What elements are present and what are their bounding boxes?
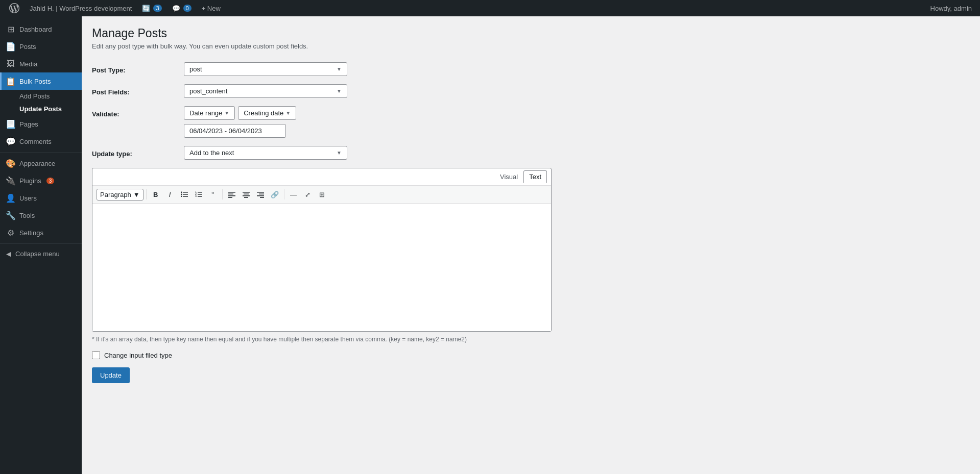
editor-tabs: Visual Text — [92, 168, 551, 186]
creating-date-btn[interactable]: Creating date ▼ — [238, 106, 296, 120]
post-fields-control: post_content ▼ — [184, 84, 552, 98]
toolbar-align-right-btn[interactable] — [254, 188, 267, 201]
tab-text[interactable]: Text — [523, 170, 547, 183]
toolbar-link-btn[interactable]: 🔗 — [268, 188, 281, 201]
post-fields-chevron-icon: ▼ — [337, 88, 342, 94]
settings-icon: ⚙ — [6, 228, 15, 237]
adminbar-site-name[interactable]: Jahid H. | WordPress development — [25, 0, 137, 16]
svg-rect-2 — [183, 196, 188, 197]
sidebar-item-dashboard[interactable]: ⊞ Dashboard — [0, 20, 82, 38]
editor-wrapper: Visual Text Paragraph ▼ B I 1.2.3. — [92, 168, 552, 332]
collapse-menu-button[interactable]: ◀ Collapse menu — [0, 246, 82, 262]
svg-text:3.: 3. — [195, 194, 197, 197]
admin-bar: Jahid H. | WordPress development 🔄 3 💬 0… — [0, 0, 980, 16]
toolbar-separator-3 — [284, 189, 284, 199]
page-subtitle: Edit any post type with bulk way. You ca… — [92, 42, 970, 50]
update-button[interactable]: Update — [92, 367, 130, 383]
date-range-value[interactable]: 06/04/2023 - 06/04/2023 — [184, 124, 286, 138]
sidebar-item-users[interactable]: 👤 Users — [0, 189, 82, 207]
svg-rect-12 — [228, 192, 235, 193]
sidebar-item-appearance[interactable]: 🎨 Appearance — [0, 155, 82, 172]
update-type-label: Update type: — [92, 146, 184, 158]
posts-icon: 📄 — [6, 42, 15, 51]
editor-hint: * If it's an array data, then type key n… — [92, 336, 552, 343]
change-input-type-checkbox[interactable] — [92, 351, 100, 359]
comments-icon: 💬 — [6, 137, 15, 146]
paragraph-chevron-icon: ▼ — [133, 191, 140, 198]
date-range-chevron-icon: ▼ — [224, 110, 229, 116]
sidebar-submenu-update-posts[interactable]: Update Posts — [0, 103, 82, 115]
post-fields-select[interactable]: post_content ▼ — [184, 84, 347, 98]
editor-toolbar: Paragraph ▼ B I 1.2.3. " — [92, 186, 551, 204]
svg-point-5 — [181, 196, 182, 197]
tools-icon: 🔧 — [6, 211, 15, 220]
svg-point-3 — [181, 192, 182, 193]
manage-posts-form: Post Type: post ▼ Post Fields: post_cont… — [92, 62, 552, 383]
svg-rect-0 — [183, 192, 188, 193]
svg-point-4 — [181, 194, 182, 195]
sidebar-item-tools[interactable]: 🔧 Tools — [0, 207, 82, 224]
dashboard-icon: ⊞ — [6, 24, 15, 34]
adminbar-user[interactable]: Howdy, admin — [930, 5, 976, 12]
paragraph-select[interactable]: Paragraph ▼ — [97, 189, 144, 201]
sidebar-item-pages[interactable]: 📃 Pages — [0, 115, 82, 133]
toolbar-align-left-btn[interactable] — [225, 188, 238, 201]
tab-visual[interactable]: Visual — [494, 170, 523, 183]
toolbar-fullscreen-btn[interactable]: ⤢ — [301, 188, 315, 201]
date-range-btn[interactable]: Date range ▼ — [184, 106, 235, 120]
post-type-chevron-icon: ▼ — [337, 66, 342, 72]
toolbar-ol-btn[interactable]: 1.2.3. — [192, 188, 205, 201]
creating-date-chevron-icon: ▼ — [285, 110, 291, 116]
sidebar-item-bulk-posts[interactable]: 📋 Bulk Posts — [0, 72, 82, 90]
plugins-icon: 🔌 — [6, 176, 15, 185]
adminbar-updates[interactable]: 🔄 3 — [137, 0, 166, 16]
update-type-row: Update type: Add to the next ▼ — [92, 146, 552, 160]
validate-row: Validate: Date range ▼ Creating date ▼ — [92, 106, 552, 138]
collapse-icon: ◀ — [6, 250, 11, 258]
editor-body[interactable] — [92, 204, 551, 331]
main-content: Manage Posts Edit any post type with bul… — [82, 16, 980, 474]
svg-rect-16 — [243, 192, 250, 193]
toolbar-more-btn[interactable]: — — [287, 188, 300, 201]
svg-rect-23 — [260, 197, 264, 198]
sidebar-item-media[interactable]: 🖼 Media — [0, 55, 82, 72]
svg-rect-20 — [257, 192, 264, 193]
svg-rect-13 — [228, 194, 233, 195]
bulk-posts-icon: 📋 — [6, 77, 15, 86]
adminbar-wp-logo[interactable] — [4, 0, 25, 16]
toolbar-blockquote-btn[interactable]: " — [206, 188, 220, 201]
sidebar-item-settings[interactable]: ⚙ Settings — [0, 224, 82, 241]
post-fields-label: Post Fields: — [92, 84, 184, 96]
toolbar-italic-btn[interactable]: I — [163, 188, 177, 201]
sidebar-item-posts[interactable]: 📄 Posts — [0, 38, 82, 55]
svg-rect-19 — [244, 197, 248, 198]
adminbar-comments[interactable]: 💬 0 — [167, 0, 197, 16]
toolbar-ul-btn[interactable] — [178, 188, 191, 201]
sidebar-submenu-add-posts[interactable]: Add Posts — [0, 90, 82, 103]
page-title: Manage Posts — [92, 27, 970, 40]
post-type-control: post ▼ — [184, 62, 552, 76]
appearance-icon: 🎨 — [6, 159, 15, 168]
post-fields-row: Post Fields: post_content ▼ — [92, 84, 552, 98]
media-icon: 🖼 — [6, 59, 15, 68]
toolbar-align-center-btn[interactable] — [240, 188, 253, 201]
validate-filters: Date range ▼ Creating date ▼ — [184, 106, 552, 120]
update-type-select[interactable]: Add to the next ▼ — [184, 146, 347, 160]
toolbar-bold-btn[interactable]: B — [149, 188, 162, 201]
sidebar-item-plugins[interactable]: 🔌 Plugins 3 — [0, 172, 82, 189]
svg-rect-6 — [198, 192, 202, 193]
svg-rect-14 — [228, 195, 235, 196]
update-type-chevron-icon: ▼ — [337, 150, 342, 156]
svg-rect-21 — [259, 194, 264, 195]
adminbar-new[interactable]: + New — [197, 0, 226, 16]
svg-rect-18 — [243, 195, 250, 196]
sidebar-item-comments[interactable]: 💬 Comments — [0, 133, 82, 150]
users-icon: 👤 — [6, 193, 15, 203]
svg-rect-7 — [198, 194, 202, 195]
svg-rect-22 — [257, 195, 264, 196]
pages-icon: 📃 — [6, 119, 15, 129]
toolbar-table-btn[interactable]: ⊞ — [316, 188, 329, 201]
svg-rect-1 — [183, 194, 188, 195]
validate-control: Date range ▼ Creating date ▼ 06/04/2023 … — [184, 106, 552, 138]
post-type-select[interactable]: post ▼ — [184, 62, 347, 76]
